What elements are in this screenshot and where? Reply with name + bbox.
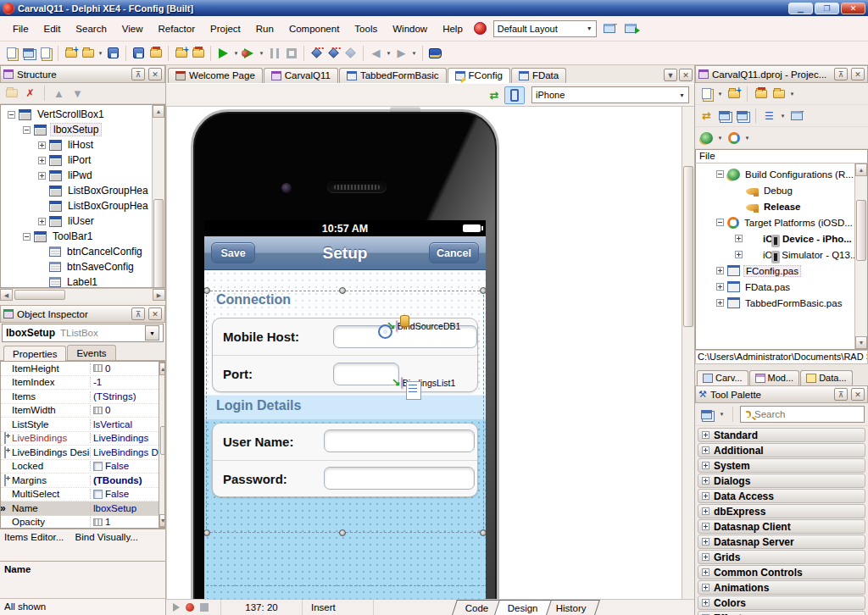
selection-handle[interactable] xyxy=(480,287,486,294)
save-desktop-icon[interactable] xyxy=(602,20,618,36)
palette-options-dropdown-icon[interactable]: ▼ xyxy=(718,412,726,417)
open-dropdown-icon[interactable]: ▼ xyxy=(97,51,104,56)
restore-button[interactable]: ❐ xyxy=(815,3,839,14)
device-view-button[interactable] xyxy=(504,86,525,104)
palette-category-datasnap-server[interactable]: Datasnap Server xyxy=(698,535,865,549)
plus-expander-icon[interactable] xyxy=(38,157,46,164)
property-value[interactable]: 1 xyxy=(90,517,159,527)
bindingslist-component[interactable]: ↘ BindingsList1 xyxy=(392,378,464,388)
view-tab-design[interactable]: Design xyxy=(494,600,552,615)
view-tab-history[interactable]: History xyxy=(542,600,600,615)
property-row[interactable]: ItemHeight0 xyxy=(1,362,159,376)
selection-handle[interactable] xyxy=(480,529,486,536)
minus-expander-icon[interactable] xyxy=(716,170,724,178)
structure-tree-item[interactable]: ListBoxGroupHea xyxy=(1,183,152,198)
editor-tab-tabbedformbasic[interactable]: TabbedFormBasic xyxy=(339,68,447,83)
project-tree-item[interactable]: iOS Simulator - Q13... xyxy=(696,247,854,263)
run-without-debug-icon[interactable] xyxy=(241,45,257,61)
new-unit-icon[interactable] xyxy=(63,45,79,61)
structure-tree-item[interactable]: lboxSetup xyxy=(1,122,152,137)
property-value[interactable]: False xyxy=(90,461,159,471)
pin-icon[interactable]: ⊼ xyxy=(834,68,848,80)
save-all-icon[interactable] xyxy=(131,45,147,61)
property-row[interactable]: NamelboxSetup xyxy=(1,501,159,516)
structure-tree-item[interactable]: ListBoxGroupHea xyxy=(1,198,152,213)
plus-expander-icon[interactable] xyxy=(702,431,709,439)
plus-expander-icon[interactable] xyxy=(4,474,6,486)
designer-vscrollbar[interactable] xyxy=(682,107,694,599)
plus-expander-icon[interactable] xyxy=(702,462,709,469)
plus-expander-icon[interactable] xyxy=(702,492,709,500)
help-icon[interactable] xyxy=(427,45,443,61)
property-row[interactable]: ItemWidth0 xyxy=(1,404,159,418)
step-over-icon[interactable] xyxy=(326,45,342,61)
run-icon[interactable] xyxy=(215,45,231,61)
property-value[interactable]: False xyxy=(90,489,159,499)
plus-expander-icon[interactable] xyxy=(4,432,6,444)
structure-vscrollbar[interactable]: ▲ ▼ xyxy=(152,105,164,287)
minus-expander-icon[interactable] xyxy=(716,219,724,226)
run-dropdown-icon[interactable]: ▼ xyxy=(232,51,240,56)
run-without-debug-dropdown-icon[interactable]: ▼ xyxy=(258,51,265,56)
minus-expander-icon[interactable] xyxy=(23,233,31,241)
palette-category-dbexpress[interactable]: dbExpress xyxy=(698,504,865,518)
structure-tree-item[interactable]: liPort xyxy=(1,152,152,168)
minimize-button[interactable]: ▁ xyxy=(788,3,813,14)
desktop-layout-combo[interactable]: Default Layout ▼ xyxy=(493,20,597,37)
plus-expander-icon[interactable] xyxy=(702,553,709,561)
trace-into-icon[interactable] xyxy=(309,45,325,61)
project-tree-item[interactable]: Target Platforms (iOSD... xyxy=(696,214,854,230)
build-configurations-icon[interactable] xyxy=(698,130,715,146)
selection-handle[interactable] xyxy=(339,287,346,294)
palette-category-additional[interactable]: Additional xyxy=(698,443,865,457)
property-value[interactable]: 0 xyxy=(90,405,159,415)
plus-expander-icon[interactable] xyxy=(716,267,724,274)
palette-options-icon[interactable] xyxy=(698,407,715,423)
project-tree-item[interactable]: FData.pas xyxy=(696,279,854,295)
tab-properties[interactable]: Properties xyxy=(3,346,66,361)
property-row[interactable]: ItemIndex-1 xyxy=(1,376,159,391)
plus-expander-icon[interactable] xyxy=(38,218,46,225)
close-tab-icon[interactable]: ✕ xyxy=(679,69,693,81)
property-grid-vscrollbar[interactable]: ▲ ▼ xyxy=(159,362,165,528)
plus-expander-icon[interactable] xyxy=(735,251,743,258)
save-icon[interactable] xyxy=(105,45,121,61)
checkbox-icon[interactable] xyxy=(93,462,103,471)
editor-tab-carvalq11[interactable]: CarvalQ11 xyxy=(264,68,338,83)
move-down-icon[interactable]: ▼ xyxy=(70,86,86,102)
open-file-icon[interactable] xyxy=(20,45,36,61)
target-platforms-dropdown-icon[interactable]: ▼ xyxy=(743,136,751,141)
run-until-return-icon[interactable] xyxy=(342,45,359,61)
plus-expander-icon[interactable] xyxy=(38,141,46,149)
move-up-icon[interactable]: ▲ xyxy=(51,86,67,102)
build-config-dropdown-icon[interactable]: ▼ xyxy=(716,136,724,141)
expand-node-icon[interactable] xyxy=(716,108,732,124)
palette-category-data-access[interactable]: Data Access xyxy=(698,489,865,503)
close-file-icon[interactable] xyxy=(37,45,53,61)
add-file-icon[interactable] xyxy=(173,45,189,61)
project-tree-item[interactable]: Debug xyxy=(696,182,854,198)
close-icon[interactable]: ✕ xyxy=(851,68,865,80)
palette-category-standard[interactable]: Standard xyxy=(698,428,865,442)
palette-category-dialogs[interactable]: Dialogs xyxy=(698,474,865,488)
property-row[interactable]: Items(TStrings) xyxy=(1,390,159,404)
minus-expander-icon[interactable] xyxy=(8,111,15,119)
menu-item-help[interactable]: Help xyxy=(435,20,470,37)
password-row[interactable]: Password: xyxy=(213,460,477,496)
palette-category-colors[interactable]: Colors xyxy=(698,596,865,610)
checkbox-icon[interactable] xyxy=(93,490,103,499)
property-value[interactable]: (TStrings) xyxy=(90,391,159,402)
selection-handle[interactable] xyxy=(339,529,346,536)
pause-icon[interactable] xyxy=(266,45,282,61)
project-tree-item[interactable]: FConfig.pas xyxy=(696,263,854,279)
selection-handle[interactable] xyxy=(204,529,210,536)
palette-category-animations[interactable]: Animations xyxy=(698,580,865,595)
pm-tab-data[interactable]: Data... xyxy=(800,370,852,385)
menu-item-window[interactable]: Window xyxy=(385,20,435,37)
property-row[interactable]: MultiSelectFalse xyxy=(1,488,159,502)
structure-tree-item[interactable]: VertScrollBox1 xyxy=(1,107,152,122)
close-icon[interactable]: ✕ xyxy=(851,388,865,401)
editor-tab-fconfig[interactable]: FConfig xyxy=(448,68,510,83)
structure-tree-item[interactable]: liPwd xyxy=(1,168,152,183)
menu-item-run[interactable]: Run xyxy=(248,20,281,37)
